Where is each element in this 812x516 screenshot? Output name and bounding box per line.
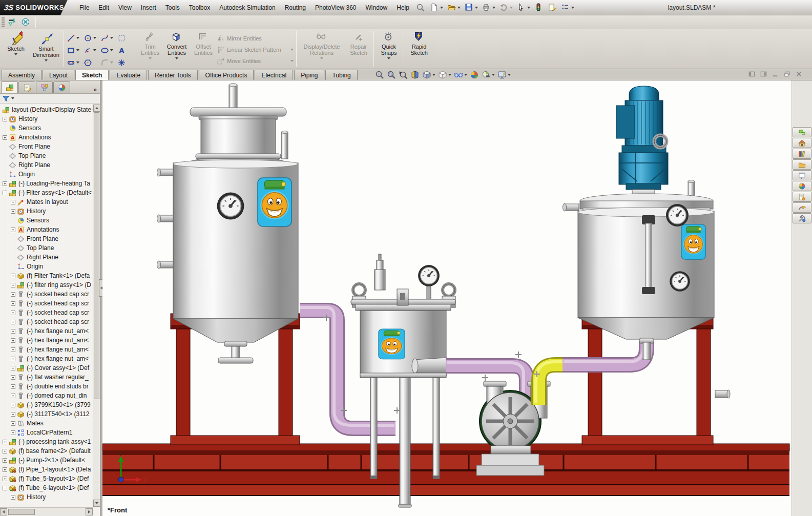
chevron-down-icon[interactable]	[45, 59, 48, 61]
tree-item[interactable]: +(-) socket head cap scr	[0, 317, 93, 326]
select-cursor-button[interactable]	[515, 2, 532, 14]
design-library-button[interactable]	[793, 149, 811, 159]
tree-item[interactable]: +(-) hex flange nut_am<	[0, 345, 93, 354]
scrollbar-thumb[interactable]	[8, 509, 35, 515]
menu-help[interactable]: Help	[392, 2, 414, 13]
polygon-tool-button[interactable]	[82, 56, 99, 69]
mirror-entities-button[interactable]: Mirror Entities	[217, 33, 295, 44]
point-tool-button[interactable]	[116, 56, 133, 69]
agitator-motor[interactable]	[616, 86, 668, 197]
tab-electrical[interactable]: Electrical	[255, 70, 293, 80]
expand-icon[interactable]: +	[11, 421, 15, 426]
chevron-down-icon[interactable]	[464, 74, 467, 76]
chevron-down-icon[interactable]	[475, 7, 478, 9]
expand-icon[interactable]: +	[11, 403, 15, 407]
expand-icon[interactable]: +	[3, 135, 7, 140]
expand-icon[interactable]: +	[11, 384, 15, 389]
expand-icon[interactable]: +	[11, 430, 15, 435]
tree-item[interactable]: -(f) Tube_6-layout<1> (Def	[0, 483, 93, 492]
expand-icon[interactable]: +	[3, 449, 7, 453]
panel-tab-featuremanager-tree[interactable]	[1, 81, 18, 93]
tree-item[interactable]: +(f) Tube_5-layout<1> (Def	[0, 474, 93, 483]
tree-item[interactable]: +(-) flat washer regular_	[0, 373, 93, 382]
menu-photoview-360[interactable]: PhotoView 360	[310, 2, 361, 13]
menu-edit[interactable]: Edit	[94, 2, 114, 13]
pressure-gauge[interactable]	[217, 193, 244, 220]
menu-tools[interactable]: Tools	[161, 2, 184, 13]
quick-snaps-button[interactable]: Quick Snaps	[376, 29, 402, 69]
expand-icon[interactable]: +	[11, 283, 15, 287]
panel-overflow-chevrons[interactable]: »	[93, 86, 97, 93]
rectangle-tool-button[interactable]	[66, 44, 82, 56]
ellipse-tool-button[interactable]	[99, 44, 116, 56]
expand-icon[interactable]: +	[11, 412, 15, 417]
slot-tool-button[interactable]	[66, 56, 82, 69]
tree-item[interactable]: +(-) hex flange nut_am<	[0, 336, 93, 345]
scroll-down-icon[interactable]	[93, 500, 100, 507]
display-style-button[interactable]	[437, 70, 452, 80]
expand-icon[interactable]: +	[11, 329, 15, 334]
chevron-down-icon[interactable]	[527, 7, 530, 9]
chevron-down-icon[interactable]	[290, 60, 294, 62]
hide-show-items-button[interactable]	[453, 70, 468, 80]
tree-item[interactable]: +(-) Loading-Pre-heating Ta	[0, 179, 93, 188]
chevron-down-icon[interactable]	[110, 61, 113, 64]
tree-item[interactable]: +(-) Pump-2<1> (Default<	[0, 456, 93, 465]
circle-tool-button[interactable]	[82, 32, 99, 44]
expand-icon[interactable]: +	[11, 209, 15, 214]
view-palette-button[interactable]	[793, 170, 811, 180]
appearances-button[interactable]	[793, 181, 811, 191]
expand-icon[interactable]: +	[11, 495, 15, 500]
expand-icon[interactable]: +	[11, 228, 15, 232]
magnified-selection-button[interactable]	[398, 70, 409, 80]
apply-scene-button[interactable]	[469, 70, 480, 80]
collapse-icon[interactable]: -	[3, 486, 7, 490]
tree-item[interactable]: +History	[0, 114, 93, 123]
toolbar-drag-handle[interactable]	[2, 17, 5, 28]
close-button[interactable]	[794, 70, 804, 78]
rapid-sketch-button[interactable]: Rapid Sketch	[406, 29, 432, 69]
tab-sketch[interactable]: Sketch	[75, 70, 109, 80]
repair-sketch-button[interactable]: Repair Sketch	[345, 29, 372, 69]
tree-item[interactable]: Origin	[0, 170, 93, 179]
smart-dimension-button[interactable]: Smart Dimension	[30, 29, 62, 69]
tree-item[interactable]: layout (Default<Display State-	[0, 105, 93, 114]
rebuild-traffic-light-button[interactable]	[533, 2, 545, 14]
tree-item[interactable]: Right Plane	[0, 253, 93, 262]
tab-evaluate[interactable]: Evaluate	[110, 70, 147, 80]
tree-item[interactable]: Right Plane	[0, 160, 93, 170]
section-view-button[interactable]	[409, 70, 421, 80]
tab-piping[interactable]: Piping	[294, 70, 324, 80]
chevron-down-icon[interactable]	[110, 49, 113, 51]
scale-arrow-button[interactable]	[7, 17, 19, 28]
tab-render-tools[interactable]: Render Tools	[148, 70, 198, 80]
chevron-down-icon[interactable]	[175, 57, 178, 59]
tree-item[interactable]: +LocalCirPattern1	[0, 428, 93, 437]
tree-item[interactable]: Sensors	[0, 123, 93, 133]
zoom-to-fit-button[interactable]	[374, 70, 385, 80]
tree-item[interactable]: Top Plane	[0, 243, 93, 253]
pane-toggle-right-button[interactable]	[758, 70, 768, 78]
graphics-viewport[interactable]: Y X *Front	[102, 80, 792, 516]
zoom-to-area-button[interactable]	[386, 70, 397, 80]
tree-item[interactable]: Front Plane	[0, 234, 93, 243]
view-orientation-button[interactable]	[421, 70, 436, 80]
chevron-down-icon[interactable]	[492, 7, 495, 9]
chevron-down-icon[interactable]	[432, 74, 435, 76]
chevron-down-icon[interactable]	[387, 57, 390, 59]
expand-icon[interactable]: +	[11, 338, 15, 343]
tree-horizontal-scrollbar[interactable]	[0, 507, 93, 516]
search-icon[interactable]	[416, 3, 425, 12]
expand-icon[interactable]: +	[11, 320, 15, 324]
expand-icon[interactable]: +	[11, 366, 15, 370]
text-tool-button[interactable]: A	[116, 44, 133, 56]
tree-item[interactable]: Sensors	[0, 216, 93, 225]
expand-icon[interactable]: +	[3, 458, 7, 463]
scroll-up-icon[interactable]	[93, 105, 100, 112]
chevron-down-icon[interactable]	[508, 74, 511, 76]
panel-tab-configurationmanager[interactable]	[36, 81, 53, 93]
view-settings-button[interactable]	[481, 70, 496, 80]
tree-item[interactable]: -(-) Filter assy<1> (Default<	[0, 188, 93, 197]
menu-view[interactable]: View	[114, 2, 136, 13]
tree-item[interactable]: +(-) hex flange nut_am<	[0, 326, 93, 336]
